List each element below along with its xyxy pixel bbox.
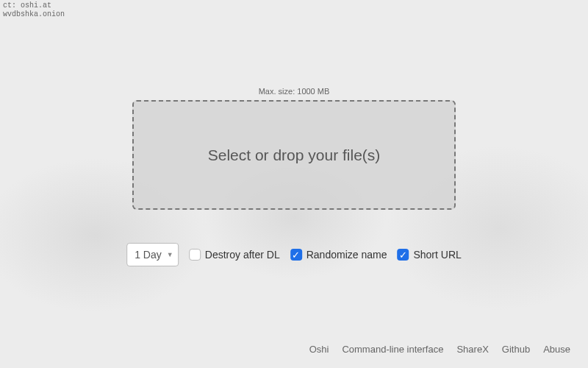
chevron-down-icon: ▼ [167,251,173,258]
footer-links: Oshi Command-line interface ShareX Githu… [309,344,570,355]
dropzone-text: Select or drop your file(s) [208,146,381,164]
footer-link-abuse[interactable]: Abuse [543,344,570,355]
corner-hostnames: ct: oshi.at wvdbshka.onion [3,1,65,19]
short-url-checkbox[interactable]: ✓ [397,249,409,261]
randomize-name-label: Randomize name [306,249,387,261]
destroy-after-dl-option: ✓ Destroy after DL [189,249,280,261]
footer-link-cli[interactable]: Command-line interface [342,344,443,355]
expiration-select[interactable]: 1 Day ▼ [126,243,179,266]
destroy-after-dl-label: Destroy after DL [205,249,280,261]
short-url-option: ✓ Short URL [397,249,461,261]
max-size-label: Max. size: 1000 MB [132,87,456,96]
footer-link-oshi[interactable]: Oshi [309,344,329,355]
corner-line-1: ct: oshi.at [3,1,65,10]
file-dropzone[interactable]: Select or drop your file(s) [132,100,456,210]
footer-link-github[interactable]: Github [502,344,530,355]
upload-panel: Max. size: 1000 MB Select or drop your f… [132,87,456,210]
short-url-label: Short URL [413,249,461,261]
upload-options-row: 1 Day ▼ ✓ Destroy after DL ✓ Randomize n… [126,243,462,266]
footer-link-sharex[interactable]: ShareX [456,344,488,355]
corner-line-2: wvdbshka.onion [3,10,65,19]
randomize-name-checkbox[interactable]: ✓ [290,249,302,261]
expiration-selected-value: 1 Day [135,249,162,261]
randomize-name-option: ✓ Randomize name [290,249,387,261]
destroy-after-dl-checkbox[interactable]: ✓ [189,249,201,261]
